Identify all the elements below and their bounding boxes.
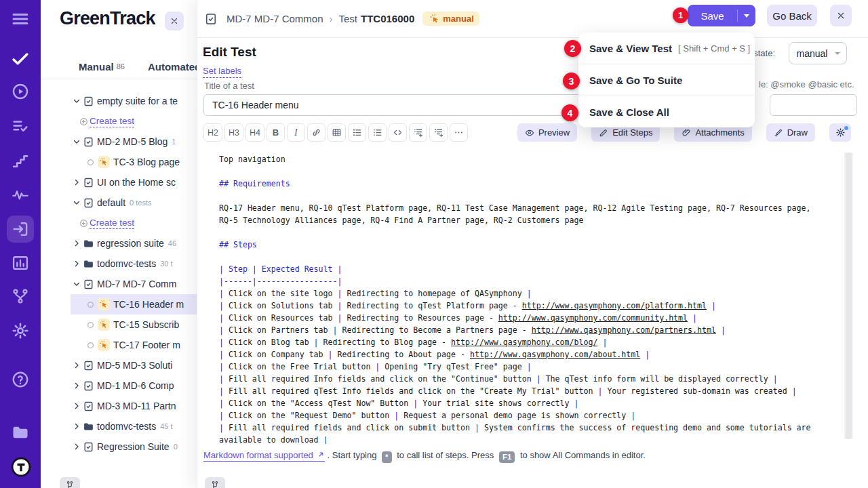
add-bullet-list-icon[interactable] [409, 123, 427, 142]
link-icon[interactable] [307, 123, 326, 142]
breadcrumb-test-prefix: Test [339, 13, 358, 24]
format-i-button[interactable]: I [287, 123, 305, 142]
editor-scrollbar[interactable] [844, 152, 853, 439]
tree-item-label: Regression Suite [97, 441, 170, 452]
brand-logo-icon[interactable] [11, 457, 31, 477]
tags-hint-label: le: @smoke @basic etc. [759, 79, 854, 89]
tab-automated[interactable]: Automated [148, 61, 197, 73]
markdown-editor[interactable]: Top navigation## RequirementsRQ-17 Heade… [204, 153, 845, 444]
editor-footer: Markdown format supported . Start typing… [203, 450, 646, 463]
save-menu-item[interactable]: Save & Go To Suite [578, 64, 755, 96]
tree-item[interactable]: MD-1 MD-6 Comp [41, 375, 197, 396]
tree-item-test[interactable]: TC-17 Footer m [41, 335, 197, 355]
tab-manual[interactable]: Manual86 [79, 61, 125, 73]
tree-item-label: default [97, 197, 125, 208]
tree-item[interactable]: Regression Suite0 [41, 436, 197, 457]
state-select[interactable]: manual [789, 42, 847, 64]
breadcrumb-suite[interactable]: MD-7 MD-7 Common [226, 13, 323, 24]
collapse-panel-button[interactable] [165, 12, 184, 30]
save-button[interactable]: Save [688, 5, 755, 26]
add-bullet-list-icon [413, 127, 423, 138]
format-b-button[interactable]: B [267, 123, 285, 142]
save-menu-item[interactable]: Save & View Test[ Shift + Cmd + S ] [578, 33, 755, 64]
folder-icon[interactable] [11, 423, 30, 442]
branch-small-icon [65, 480, 75, 488]
tree-item-test[interactable]: TC-15 Subscrib [41, 314, 197, 335]
tree-item-label: todomvc-tests [97, 421, 156, 432]
tree-item-test[interactable]: TC-16 Header m [41, 294, 197, 314]
menu-icon[interactable] [11, 9, 30, 28]
create-test-link[interactable]: Create test [41, 111, 197, 131]
steps-icon[interactable] [11, 151, 30, 170]
page-title: Edit Test [203, 45, 256, 60]
close-icon [170, 17, 178, 25]
gear-icon[interactable] [11, 321, 30, 340]
suites-panel: GreenTrack Manual86 Automated empty suit… [41, 0, 197, 488]
preview-button[interactable]: Preview [517, 123, 577, 142]
tree-item[interactable]: MD-7 MD-7 Comm [41, 274, 197, 294]
tree-item[interactable]: regression suite46 [41, 233, 197, 253]
branch-small-icon [210, 480, 220, 488]
draw-button[interactable]: Draw [766, 123, 815, 142]
set-labels-link[interactable]: Set labels [203, 66, 241, 78]
tree-item-count: 45 t [160, 422, 172, 430]
go-back-button[interactable]: Go Back [767, 5, 817, 26]
branch-icon[interactable] [11, 287, 30, 306]
dots-icon[interactable] [450, 123, 468, 142]
tree-item[interactable]: MD-3 MD-11 Partn [41, 396, 197, 416]
tree-item[interactable]: UI on the Home sc [41, 172, 197, 192]
editor-line: | Click on Blog tab | Redirecting to Blo… [219, 336, 845, 348]
chevron-right-icon [73, 361, 81, 369]
app-logo: GreenTrack [60, 8, 155, 29]
branch-badge[interactable] [60, 477, 80, 488]
tree-item[interactable]: empty suite for a te [41, 91, 197, 111]
close-icon [837, 12, 845, 20]
table-icon[interactable] [328, 123, 346, 142]
footer-text: . Start typing [327, 450, 376, 460]
tree-item-label: TC-16 Header m [113, 299, 184, 310]
save-dropdown-caret[interactable] [738, 14, 755, 18]
editor-settings-button[interactable] [829, 123, 851, 142]
tree-item-label: Create test [90, 116, 134, 127]
tree-item[interactable]: MD-5 MD-3 Soluti [41, 355, 197, 375]
editor-line: | Fill all required Info fields and clic… [219, 373, 845, 385]
editor-line [219, 165, 845, 178]
format-h4-button[interactable]: H4 [245, 123, 264, 142]
save-menu-item[interactable]: Save & Close All [578, 96, 755, 127]
editor-line: | Click on the "Access qTest Now" Button… [219, 397, 845, 409]
tree-item-label: Create test [90, 218, 134, 229]
tree-item[interactable]: todomvc-tests30 t [41, 253, 197, 274]
pulse-icon[interactable] [11, 185, 30, 204]
sign-in-icon[interactable] [11, 220, 30, 239]
bullet-list-icon[interactable] [368, 123, 387, 142]
button-label: Preview [538, 127, 570, 138]
tree-item-test[interactable]: TC-3 Blog page [41, 152, 197, 172]
ordered-list-icon[interactable] [348, 123, 366, 142]
play-circle-icon[interactable] [11, 82, 30, 101]
tree-item-count: 1 [172, 138, 176, 146]
help-icon[interactable] [11, 370, 30, 389]
markdown-help-link[interactable]: Markdown format supported [203, 450, 325, 462]
tree-item[interactable]: MD-2 MD-5 Blog1 [41, 131, 197, 152]
format-h2-button[interactable]: H2 [203, 123, 222, 142]
menu-item-label: Save & View Test [589, 43, 672, 54]
f1-key: F1 [499, 451, 515, 463]
editor-line: | Click on the Free Trial button | Openi… [219, 361, 845, 373]
code-icon[interactable] [389, 123, 407, 142]
circle-icon [87, 342, 94, 349]
create-test-link[interactable]: Create test [41, 213, 197, 233]
format-h3-button[interactable]: H3 [224, 123, 243, 142]
bar-chart-icon[interactable] [11, 253, 30, 272]
tree-item-label: MD-5 MD-3 Soluti [97, 360, 172, 371]
pencil-icon [599, 128, 608, 138]
editor-line: | Click on the site logo | Redirecting t… [219, 287, 845, 300]
doc-check-icon [83, 96, 94, 107]
add-ordered-list-icon[interactable] [429, 123, 448, 142]
list-check-icon[interactable] [11, 117, 30, 136]
close-dialog-button[interactable] [830, 5, 852, 26]
tags-input[interactable] [770, 94, 857, 116]
tree-item[interactable]: default0 tests [41, 192, 197, 213]
branch-badge[interactable] [205, 477, 225, 488]
tree-item[interactable]: todomvc-tests45 t [41, 416, 197, 436]
check-icon[interactable] [11, 49, 30, 68]
